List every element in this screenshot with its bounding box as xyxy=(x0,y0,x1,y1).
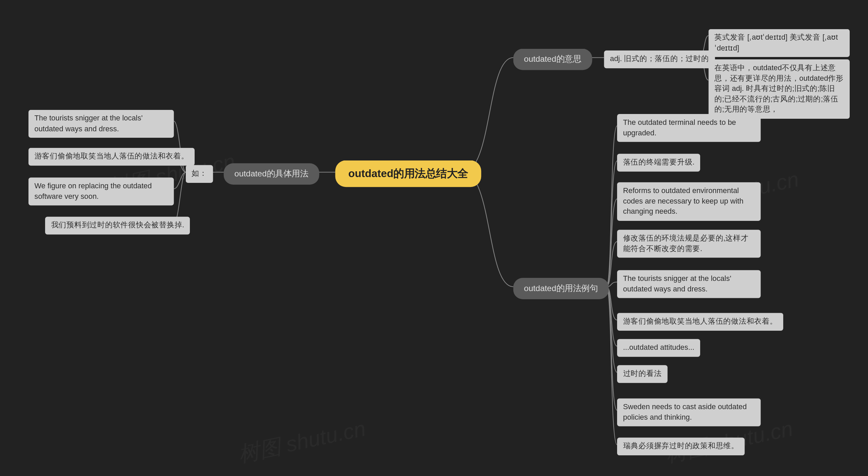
usage-lead[interactable]: 如： xyxy=(186,165,213,183)
usage-item[interactable]: 游客们偷偷地取笑当地人落伍的做法和衣着。 xyxy=(28,148,195,166)
usage-item[interactable]: 我们预料到过时的软件很快会被替换掉. xyxy=(45,217,190,234)
usage-item[interactable]: We figure on replacing the outdated soft… xyxy=(28,177,174,205)
example-item[interactable]: 过时的看法 xyxy=(617,365,668,383)
example-item[interactable]: Reforms to outdated environmental codes … xyxy=(617,182,761,221)
usage-item[interactable]: The tourists snigger at the locals' outd… xyxy=(28,110,174,138)
example-item[interactable]: 瑞典必须摒弃过时的政策和思维。 xyxy=(617,438,745,455)
example-item[interactable]: 落伍的终端需要升级. xyxy=(617,154,701,171)
meaning-note[interactable]: 在英语中，outdated不仅具有上述意思，还有更详尽的用法，outdated作… xyxy=(709,59,850,118)
example-item[interactable]: ...outdated attitudes... xyxy=(617,339,700,357)
meaning-pron[interactable]: 英式发音 [ˌaʊtˈdeɪtɪd] 美式发音 [ˌaʊtˈdeɪtɪd] xyxy=(709,29,850,57)
example-item[interactable]: Sweden needs to cast aside outdated poli… xyxy=(617,398,761,426)
branch-usage[interactable]: outdated的具体用法 xyxy=(224,163,319,184)
branch-examples[interactable]: outdated的用法例句 xyxy=(513,278,609,299)
branch-meaning[interactable]: outdated的意思 xyxy=(513,49,592,70)
example-item[interactable]: The outdated terminal needs to be upgrad… xyxy=(617,114,761,142)
example-item[interactable]: 游客们偷偷地取笑当地人落伍的做法和衣着。 xyxy=(617,313,783,330)
example-item[interactable]: 修改落伍的环境法规是必要的,这样才能符合不断改变的需要. xyxy=(617,230,761,258)
example-item[interactable]: The tourists snigger at the locals' outd… xyxy=(617,270,761,298)
meaning-def[interactable]: adj. 旧式的；落伍的；过时的 xyxy=(604,51,715,68)
watermark: 树图 shutu.cn xyxy=(236,414,368,470)
root-node[interactable]: outdated的用法总结大全 xyxy=(335,160,481,187)
